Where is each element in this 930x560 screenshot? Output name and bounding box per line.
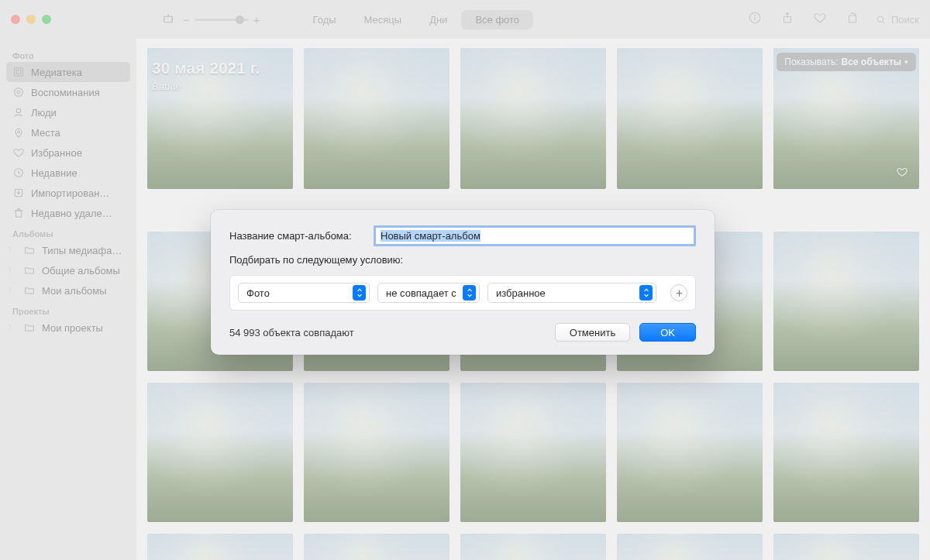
- dialog-condition-label: Подбирать по следующему условию:: [229, 254, 696, 266]
- rule-field-select[interactable]: Фото: [238, 283, 370, 303]
- rule-row: Фото не совпадает с избранное ＋: [229, 275, 696, 311]
- cancel-button[interactable]: Отменить: [555, 323, 630, 342]
- select-arrows-icon: [463, 285, 476, 301]
- rule-operator-select[interactable]: не совпадает с: [377, 283, 480, 303]
- smart-album-dialog: Название смарт-альбома: Новый смарт-альб…: [211, 210, 715, 355]
- select-arrows-icon: [639, 285, 653, 301]
- select-arrows-icon: [353, 285, 366, 301]
- rule-value-select[interactable]: избранное: [487, 283, 656, 303]
- add-rule-button[interactable]: ＋: [670, 284, 687, 301]
- smart-album-name-input[interactable]: Новый смарт-альбом: [374, 225, 696, 246]
- dialog-name-label: Название смарт-альбома:: [229, 230, 366, 242]
- ok-button[interactable]: OK: [639, 323, 696, 342]
- match-count-label: 54 993 объекта совпадают: [229, 327, 354, 338]
